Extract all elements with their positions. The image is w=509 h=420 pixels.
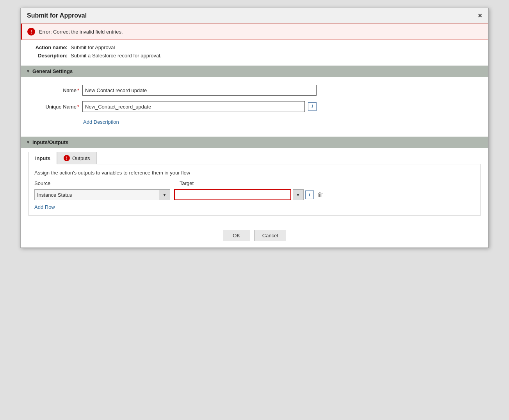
target-input-wrapper: ▼ i 🗑 — [174, 189, 326, 200]
unique-name-info-button[interactable]: i — [308, 102, 317, 111]
unique-name-input[interactable] — [82, 101, 305, 112]
tabs-row: Inputs ! Outputs — [28, 152, 481, 164]
general-settings-header: ▼ General Settings — [21, 66, 488, 77]
error-icon: ! — [27, 28, 35, 36]
add-row-link[interactable]: Add Row — [34, 204, 55, 210]
error-message: Error: Correct the invalid field entries… — [39, 29, 123, 35]
target-input[interactable] — [174, 189, 291, 200]
general-settings-label: General Settings — [32, 68, 73, 74]
footer-buttons: OK Cancel — [21, 224, 488, 247]
inputs-outputs-label: Inputs/Outputs — [32, 139, 68, 145]
target-label: Target — [180, 180, 194, 186]
assign-text: Assign the action's outputs to variables… — [34, 170, 475, 176]
ok-button[interactable]: OK — [223, 230, 250, 241]
tab-inputs[interactable]: Inputs — [28, 152, 57, 164]
action-name-row: Action name: Submit for Approval — [28, 44, 481, 50]
name-label: Name* — [32, 87, 79, 93]
close-button[interactable]: × — [478, 12, 482, 19]
description-value: Submit a Salesforce record for approval. — [71, 53, 162, 59]
cancel-button[interactable]: Cancel — [254, 230, 286, 241]
unique-name-label: Unique Name* — [32, 104, 79, 110]
source-select[interactable]: Instance Status — [34, 189, 159, 200]
inputs-outputs-arrow: ▼ — [26, 140, 30, 144]
description-row: Description: Submit a Salesforce record … — [28, 53, 481, 59]
source-label: Source — [34, 180, 50, 186]
description-label: Description: — [28, 53, 68, 59]
tab-content-outputs: Assign the action's outputs to variables… — [28, 164, 481, 216]
unique-name-row: Unique Name* i — [32, 101, 477, 112]
source-dropdown-arrow-icon: ▼ — [163, 193, 167, 197]
action-name-label: Action name: — [28, 44, 68, 50]
unique-name-required: * — [77, 104, 79, 110]
meta-section: Action name: Submit for Approval Descrip… — [21, 40, 488, 66]
name-input[interactable] — [82, 85, 317, 96]
name-row: Name* — [32, 85, 477, 96]
modal-header: Submit for Approval × — [21, 8, 488, 23]
delete-icon: 🗑 — [317, 191, 324, 198]
add-description-link[interactable]: Add Description — [83, 119, 119, 125]
tab-inputs-label: Inputs — [35, 155, 50, 161]
source-target-row: Instance Status ▼ ▼ i — [34, 189, 475, 200]
tab-outputs[interactable]: ! Outputs — [57, 152, 97, 164]
action-name-value: Submit for Approval — [71, 44, 115, 50]
target-dropdown-button[interactable]: ▼ — [293, 189, 304, 200]
source-dropdown-button[interactable]: ▼ — [159, 189, 170, 200]
inputs-outputs-header: ▼ Inputs/Outputs — [21, 137, 488, 148]
name-required: * — [77, 87, 79, 93]
delete-row-button[interactable]: 🗑 — [315, 190, 326, 200]
source-select-wrapper: Instance Status ▼ — [34, 189, 170, 200]
modal-title: Submit for Approval — [27, 12, 87, 19]
target-dropdown-arrow-icon: ▼ — [296, 193, 300, 197]
inputs-outputs-content: Inputs ! Outputs Assign the action's out… — [21, 148, 488, 224]
tab-outputs-label: Outputs — [72, 155, 90, 161]
modal-dialog: Submit for Approval × ! Error: Correct t… — [20, 8, 489, 248]
outputs-error-icon: ! — [64, 155, 70, 161]
error-banner: ! Error: Correct the invalid field entri… — [21, 23, 488, 40]
general-settings-content: Name* Unique Name* i Add Description — [21, 77, 488, 137]
general-settings-arrow: ▼ — [26, 69, 30, 73]
target-info-button[interactable]: i — [305, 190, 314, 199]
